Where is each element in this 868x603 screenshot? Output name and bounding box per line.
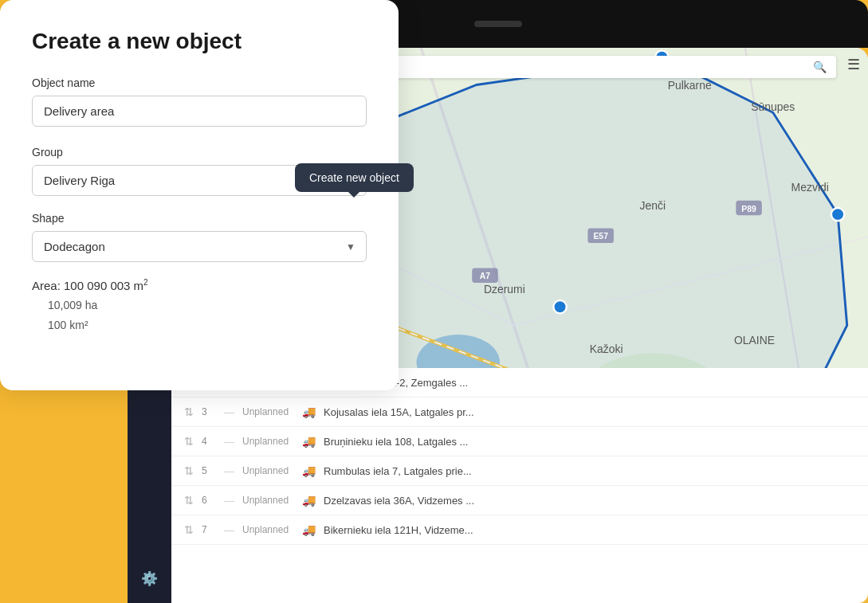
route-address-7: Bikernieku iela 121H, Vidzeme... [324, 524, 855, 536]
truck-icon-4: 🚚 [302, 435, 316, 448]
route-num-4: 4 [202, 436, 216, 447]
group-label: Group [32, 146, 367, 159]
truck-icon-5: 🚚 [302, 464, 316, 477]
object-name-input[interactable] [32, 96, 367, 127]
area-info: Area: 100 090 003 m2 10,009 ha 100 km² [32, 278, 367, 335]
area-main-text: Area: 100 090 003 m2 [32, 278, 367, 292]
route-item-7: ⇅ 7 — Unplanned 🚚 Bikernieku iela 121H, … [171, 515, 868, 545]
route-list: ⇅ 2 — Unplanned 🚚 Valdeķu iela 8 k-2, Ze… [171, 368, 868, 603]
route-status-3: Unplanned [242, 406, 294, 417]
create-object-tooltip: Create new object [295, 163, 414, 192]
route-item-4: ⇅ 4 — Unplanned 🚚 Bruņinieku iela 108, L… [171, 427, 868, 456]
route-address-3: Kojusalas iela 15A, Latgales pr... [324, 406, 855, 418]
svg-text:Jenči: Jenči [639, 199, 666, 212]
svg-text:A7: A7 [480, 272, 491, 280]
svg-text:E57: E57 [593, 232, 608, 241]
drag-handle-7[interactable]: ⇅ [184, 523, 194, 536]
svg-text:Sūnupes: Sūnupes [751, 100, 795, 113]
svg-text:Mezvidi: Mezvidi [791, 181, 829, 194]
route-address-2: Valdeķu iela 8 k-2, Zemgales ... [324, 377, 855, 389]
route-status-4: Unplanned [242, 436, 294, 447]
route-num-7: 7 [202, 524, 216, 535]
drag-handle-6[interactable]: ⇅ [184, 494, 194, 507]
svg-text:P89: P89 [741, 205, 756, 213]
svg-text:Dzerumi: Dzerumi [484, 283, 525, 296]
route-item-6: ⇅ 6 — Unplanned 🚚 Dzelzavas iela 36A, Vi… [171, 486, 868, 515]
route-address-5: Rumbulas iela 7, Latgales prie... [324, 465, 855, 477]
svg-point-16 [553, 300, 566, 313]
svg-text:Kažoki: Kažoki [590, 343, 623, 355]
search-icon: 🔍 [813, 61, 827, 73]
route-status-5: Unplanned [242, 465, 294, 476]
route-status-6: Unplanned [242, 495, 294, 506]
svg-point-15 [831, 208, 844, 221]
shape-label: Shape [32, 212, 367, 225]
route-num-6: 6 [202, 495, 216, 506]
shape-select[interactable]: Dodecagon [32, 231, 367, 262]
object-name-label: Object name [32, 76, 367, 89]
route-address-6: Dzelzavas iela 36A, Vidzemes ... [324, 495, 855, 507]
route-status-7: Unplanned [242, 524, 294, 535]
sidebar-item-settings[interactable]: ⚙️ [135, 563, 165, 593]
route-address-4: Bruņinieku iela 108, Latgales ... [324, 436, 855, 448]
truck-icon-7: 🚚 [302, 523, 316, 536]
svg-text:OLAINE: OLAINE [734, 334, 775, 347]
route-item-3: ⇅ 3 — Unplanned 🚚 Kojusalas iela 15A, La… [171, 397, 868, 427]
create-object-form: Create a new object Object name Group De… [0, 0, 399, 390]
route-item-5: ⇅ 5 — Unplanned 🚚 Rumbulas iela 7, Latga… [171, 456, 868, 486]
area-sub-text: 10,009 ha 100 km² [48, 296, 367, 335]
truck-icon-6: 🚚 [302, 494, 316, 507]
route-num-5: 5 [202, 465, 216, 476]
truck-icon-3: 🚚 [302, 405, 316, 418]
svg-text:Pulkarne: Pulkarne [668, 79, 712, 92]
form-title: Create a new object [32, 29, 367, 54]
tablet-camera [474, 21, 522, 27]
drag-handle-3[interactable]: ⇅ [184, 405, 194, 418]
drag-handle-5[interactable]: ⇅ [184, 464, 194, 477]
map-menu-icon[interactable]: ☰ [847, 56, 860, 73]
drag-handle-4[interactable]: ⇅ [184, 435, 194, 448]
route-num-3: 3 [202, 406, 216, 417]
